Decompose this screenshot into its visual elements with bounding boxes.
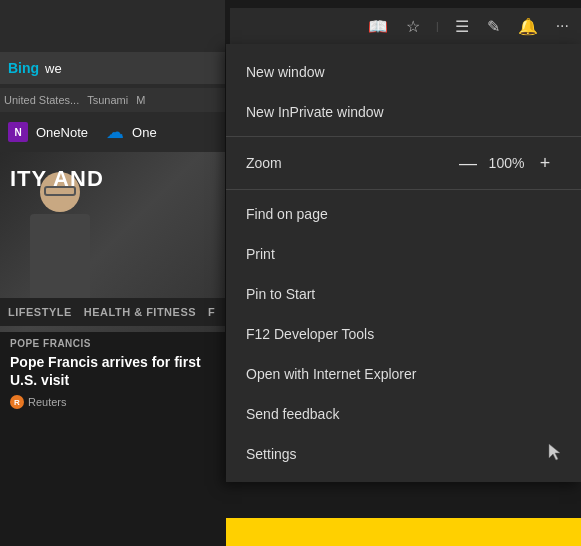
menu-item-open-with-ie[interactable]: Open with Internet Explorer bbox=[226, 354, 581, 394]
web-note-icon[interactable]: ✎ bbox=[483, 13, 504, 40]
menu-divider-2 bbox=[226, 189, 581, 190]
svg-marker-0 bbox=[549, 444, 560, 460]
toolbar-divider: | bbox=[434, 21, 441, 32]
menu-item-new-inprivate-window[interactable]: New InPrivate window bbox=[226, 92, 581, 132]
menu-item-new-window[interactable]: New window bbox=[226, 52, 581, 92]
menu-item-print[interactable]: Print bbox=[226, 234, 581, 274]
bing-logo: Bing bbox=[8, 60, 39, 76]
onenote-icon: N bbox=[8, 122, 28, 142]
menu-item-pin-to-start[interactable]: Pin to Start bbox=[226, 274, 581, 314]
browser-tabs-bar: United States... Tsunami M bbox=[0, 88, 225, 112]
article-source: R Reuters bbox=[0, 393, 225, 411]
menu-item-find-on-page[interactable]: Find on page bbox=[226, 194, 581, 234]
onenote-label2: One bbox=[132, 125, 157, 140]
nav-more: F bbox=[208, 306, 215, 318]
reading-view-icon[interactable]: ☰ bbox=[451, 13, 473, 40]
browser-nav-bar: LIFESTYLE HEALTH & FITNESS F bbox=[0, 298, 225, 326]
zoom-decrease-button[interactable]: — bbox=[452, 149, 484, 177]
nav-health-fitness: HEALTH & FITNESS bbox=[84, 306, 196, 318]
favorites-icon[interactable]: ☆ bbox=[402, 13, 424, 40]
tab-m[interactable]: M bbox=[136, 94, 145, 106]
tab-united-states[interactable]: United States... bbox=[4, 94, 79, 106]
menu-divider-1 bbox=[226, 136, 581, 137]
browser-background: POPE FRANCIS Pope Francis arrives for fi… bbox=[0, 0, 225, 546]
onenote-bar: N OneNote ☁ One bbox=[0, 116, 225, 148]
zoom-increase-button[interactable]: + bbox=[529, 149, 561, 177]
more-actions-icon[interactable]: ··· bbox=[552, 13, 573, 39]
search-bar[interactable]: Bing we bbox=[0, 52, 225, 84]
article-title: Pope Francis arrives for first U.S. visi… bbox=[0, 351, 225, 393]
menu-item-f12-developer-tools[interactable]: F12 Developer Tools bbox=[226, 314, 581, 354]
article-meta: POPE FRANCIS bbox=[0, 332, 225, 351]
source-icon: R bbox=[10, 395, 24, 409]
bottom-banner bbox=[226, 518, 581, 546]
reading-list-icon[interactable]: 📖 bbox=[364, 13, 392, 40]
notifications-icon[interactable]: 🔔 bbox=[514, 13, 542, 40]
tab-tsunami[interactable]: Tsunami bbox=[87, 94, 128, 106]
browser-toolbar: 📖 ☆ | ☰ ✎ 🔔 ··· bbox=[230, 8, 581, 44]
cursor-indicator bbox=[547, 442, 561, 462]
source-label: Reuters bbox=[28, 396, 67, 408]
onedrive-icon: ☁ bbox=[106, 121, 124, 143]
browser-content-area: POPE FRANCIS Pope Francis arrives for fi… bbox=[0, 152, 225, 546]
search-bar-text: we bbox=[45, 61, 95, 76]
menu-item-settings[interactable]: Settings bbox=[226, 434, 581, 474]
article-section-header: ITY AND bbox=[0, 160, 225, 198]
onenote-label: OneNote bbox=[36, 125, 88, 140]
zoom-control: Zoom — 100% + bbox=[226, 141, 581, 185]
menu-item-send-feedback[interactable]: Send feedback bbox=[226, 394, 581, 434]
dropdown-menu: New window New InPrivate window Zoom — 1… bbox=[226, 44, 581, 482]
zoom-value-display: 100% bbox=[484, 155, 529, 171]
nav-lifestyle: LIFESTYLE bbox=[8, 306, 72, 318]
zoom-label: Zoom bbox=[246, 155, 452, 171]
